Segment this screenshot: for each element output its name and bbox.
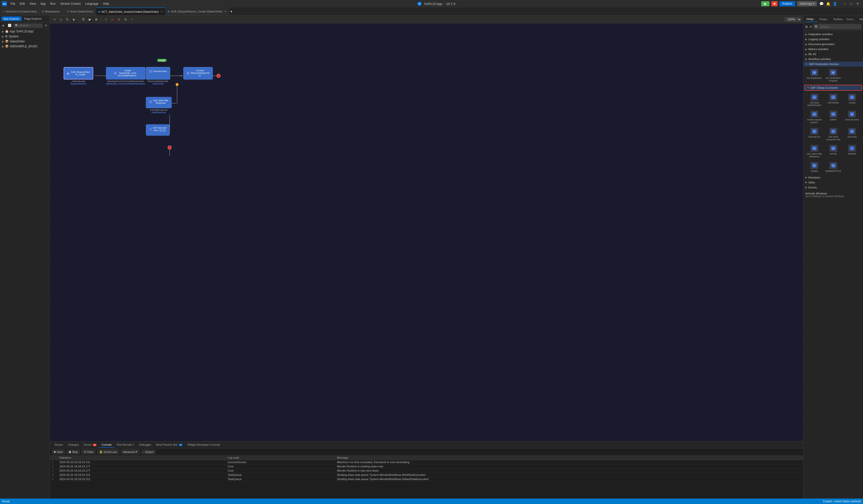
menu-version[interactable]: Version Control bbox=[58, 1, 83, 6]
export-button[interactable]: ↑ Export bbox=[141, 450, 155, 454]
circle-outline[interactable]: ○ bbox=[129, 17, 134, 22]
sidebar-tab-app-explorer[interactable]: App Explorer bbox=[1, 16, 22, 21]
rp-tab-prope[interactable]: Prope... bbox=[817, 17, 831, 22]
minimize-button[interactable]: ─ bbox=[841, 1, 848, 7]
activity-get-destination-property[interactable]: ⊞ Get Destination Property bbox=[824, 67, 842, 84]
tab-close-act[interactable]: ✕ bbox=[161, 10, 163, 13]
run-button[interactable]: ▶ bbox=[761, 1, 770, 6]
node-sap-returned[interactable]: ⊡ SAP returnederror: {1} {2} bbox=[146, 125, 170, 135]
tab-debugger[interactable]: Debugger bbox=[137, 442, 154, 448]
circle-green[interactable]: ⊙ bbox=[103, 17, 109, 22]
tab-act-salesorder[interactable]: ▶ ACT_SalesOrder_InvoiceCreated [SalesOr… bbox=[96, 8, 165, 15]
tab-sub-requestparam[interactable]: ▶ SUB_RequestParam_Create [SalesOrder] ✕ bbox=[165, 8, 229, 15]
circle-red[interactable]: ⊙ bbox=[110, 17, 115, 22]
activity-delete[interactable]: ⊞ Delete bbox=[824, 109, 842, 125]
activity-add-header[interactable]: ⊞ Add header bbox=[824, 92, 842, 108]
section-sap-odata[interactable]: ▼ SAP OData Connector bbox=[804, 85, 862, 91]
tab-marketplace[interactable]: ⊞ Marketplace bbox=[39, 8, 64, 15]
tab-changes[interactable]: Changes bbox=[65, 442, 81, 448]
circle-orange[interactable]: ⊙ bbox=[116, 17, 122, 22]
microflow-tool[interactable]: ⊛ bbox=[93, 17, 99, 22]
play-tool[interactable]: ▶ bbox=[87, 17, 92, 22]
node-execute-entry[interactable]: ⊟ Execute entry ReturnedSalesOrder Sales… bbox=[146, 67, 170, 85]
section-mlkit[interactable]: ▶ ML Kit bbox=[803, 52, 863, 56]
menu-run[interactable]: Run bbox=[48, 1, 58, 6]
activity-create-req-params[interactable]: ⊞ Create request params bbox=[805, 109, 823, 125]
menu-file[interactable]: File bbox=[9, 1, 17, 6]
section-integration[interactable]: ▶ Integration activities bbox=[803, 32, 863, 37]
sidebar-item-gwsample[interactable]: ▶ 📦 GWSAMPLE_BASIC bbox=[0, 44, 50, 49]
loop-tool[interactable]: ↻ bbox=[65, 17, 70, 22]
tab-home[interactable]: ⊞ Home [SalesOrder] bbox=[64, 8, 96, 15]
tab-more-button[interactable]: ▾ bbox=[230, 9, 233, 14]
sidebar-item-salesorder[interactable]: ▶ 📦 SalesOrder bbox=[0, 39, 50, 44]
rp-tab-toolbox[interactable]: Toolbox bbox=[831, 17, 845, 22]
close-button[interactable]: ✕ bbox=[854, 1, 861, 7]
sidebar-item-app[interactable]: ▶ 🏠 App 'SAPL2CApp' bbox=[0, 29, 50, 34]
sidebar-item-system[interactable]: ▶ ⚙ System bbox=[0, 34, 50, 39]
menu-edit[interactable]: Edit bbox=[18, 1, 27, 6]
menu-help[interactable]: Help bbox=[101, 1, 111, 6]
activity-get-entry[interactable]: ⊞ Get entry bbox=[843, 126, 861, 143]
maximize-button[interactable]: □ bbox=[848, 1, 854, 7]
tab-best-practice[interactable]: Best Practice Bot 0 bbox=[154, 442, 185, 448]
tab-errors[interactable]: Errors 0 bbox=[81, 442, 99, 448]
publish-button[interactable]: Publish bbox=[779, 1, 795, 6]
node-commit[interactable]: ⊞ Commit'ReturnedSalesOrder' bbox=[183, 67, 213, 79]
scroll-lock-button[interactable]: 🔒 Scroll Lock bbox=[97, 449, 119, 454]
menu-language[interactable]: Language bbox=[83, 1, 100, 6]
activity-get-list[interactable]: ⊞ Get list bbox=[824, 143, 842, 159]
activity-create[interactable]: ⊞ Create bbox=[843, 92, 861, 108]
activity-get-latest-http[interactable]: ⊞ Get Latest Http Response bbox=[805, 143, 823, 159]
sidebar-collapse-btn[interactable]: ⬜ bbox=[7, 23, 12, 28]
node-sub-request[interactable]: ▶ SUB_RequestParam_Create Authenticaate … bbox=[64, 67, 93, 85]
rp-search-input[interactable] bbox=[819, 24, 860, 29]
section-workflow[interactable]: ▶ Workflow activities bbox=[803, 56, 863, 62]
circle-gray[interactable]: ⊙ bbox=[123, 17, 128, 22]
activity-add-basic-auth[interactable]: ⊞ Add basic authentication bbox=[805, 92, 823, 108]
rp-tab-mendi[interactable]: Mendi... bbox=[858, 17, 863, 22]
avatar[interactable]: 👤 bbox=[832, 1, 838, 6]
clear-button[interactable]: ⊘ Clear bbox=[82, 449, 96, 454]
stop-log-button[interactable]: ⏹ Stop bbox=[66, 450, 80, 454]
advanced-button[interactable]: Advanced ▾ bbox=[121, 449, 140, 454]
view-app-button[interactable]: View App ▾ bbox=[797, 1, 817, 6]
section-other[interactable]: ▶ Other bbox=[803, 180, 863, 185]
tab-stories[interactable]: Stories bbox=[52, 442, 65, 448]
activity-execute-list[interactable]: ⊞ Execute list bbox=[805, 126, 823, 143]
node-get-latest[interactable]: ⊟ Get Latest HttpResponse SAPHttprespons… bbox=[146, 97, 172, 114]
menu-app[interactable]: App bbox=[38, 1, 48, 6]
rp-icon-2[interactable]: ⊡ bbox=[809, 25, 812, 29]
rp-tab-integr[interactable]: Integr... bbox=[804, 16, 817, 22]
rp-tab-conn[interactable]: Conn... bbox=[845, 17, 857, 22]
menu-view[interactable]: View bbox=[27, 1, 38, 6]
tab-salesorderlist[interactable]: ⬡ lesOrderList [SalesOrder] bbox=[0, 8, 39, 15]
sidebar-expand-btn[interactable]: ▶ bbox=[1, 23, 6, 28]
section-events[interactable]: ▶ Events bbox=[803, 185, 863, 190]
section-sap-dest[interactable]: ▼ SAP Destination Service bbox=[803, 62, 863, 67]
activity-update-patch[interactable]: ⊞ Update(PATCH) bbox=[824, 160, 842, 174]
section-decisions[interactable]: ▶ Decisions bbox=[803, 175, 863, 180]
tab-console[interactable]: Console bbox=[99, 442, 114, 448]
stop-button[interactable]: ■ bbox=[772, 1, 777, 6]
bell-icon[interactable]: 🔔 bbox=[826, 1, 831, 6]
rp-icon-1[interactable]: ⊞ bbox=[805, 25, 808, 29]
tab-close-sub[interactable]: ✕ bbox=[224, 10, 226, 13]
start-log-button[interactable]: ▶ Start bbox=[52, 449, 65, 454]
pointer-tool[interactable]: ↖ bbox=[52, 17, 58, 22]
diamond-tool[interactable]: ◇ bbox=[58, 17, 64, 22]
sidebar-search-input[interactable] bbox=[20, 24, 41, 27]
activity-get-cloud[interactable]: ⊞ Get cloud connector info bbox=[824, 126, 842, 143]
activity-get-destination[interactable]: ⊞ Get Destination bbox=[805, 67, 823, 84]
sidebar-tab-page-explorer[interactable]: Page Explorer bbox=[23, 16, 44, 21]
sidebar-grid-btn[interactable]: ⊞ bbox=[43, 23, 48, 28]
chat-icon[interactable]: 💬 bbox=[819, 1, 824, 6]
tab-widget-dev[interactable]: Widget Developer Console bbox=[185, 442, 223, 448]
activity-execute-entry[interactable]: ⊞ Execute entry bbox=[843, 109, 861, 125]
exclusive-tool[interactable]: ◈ bbox=[71, 17, 76, 22]
activity-refresh[interactable]: ↻ Refresh bbox=[843, 143, 861, 159]
zoom-selector[interactable]: 100% 75% 50% 150% bbox=[785, 17, 801, 22]
list-tool[interactable]: ☰ bbox=[80, 17, 86, 22]
section-document[interactable]: ▶ Document generation bbox=[803, 42, 863, 47]
node-create-sales[interactable]: ⊞ CreateSalesOrder_InvoiceCreatedParame.… bbox=[106, 67, 146, 85]
